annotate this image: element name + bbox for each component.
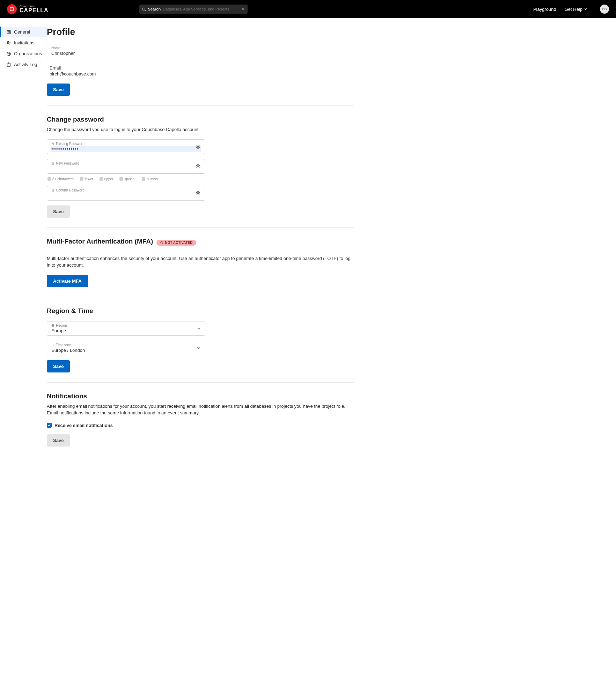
sidebar-item-label: General <box>14 29 30 35</box>
password-desc: Change the password you use to log in to… <box>47 126 354 133</box>
search-label: Search <box>148 7 161 11</box>
lock-icon <box>51 142 54 145</box>
sidebar-item-label: Invitations <box>14 40 35 45</box>
get-help-link[interactable]: Get Help <box>565 7 587 12</box>
password-requirements: 8+ characters lower upper special number <box>47 177 354 181</box>
activate-mfa-button[interactable]: Activate MFA <box>47 275 88 287</box>
sidebar-item-organizations[interactable]: Organizations <box>0 48 47 59</box>
svg-rect-14 <box>52 143 54 145</box>
req-special: special <box>119 177 135 181</box>
chevron-down-icon <box>197 326 201 331</box>
id-card-icon <box>6 30 11 35</box>
email-value: birch@couchbase.com <box>50 71 201 77</box>
svg-point-19 <box>197 193 199 194</box>
region-select[interactable]: Region Europe <box>47 321 205 336</box>
mfa-desc: Multi-factor authentication enhances the… <box>47 255 354 269</box>
notifications-desc: After enabling email notifications for y… <box>47 403 354 416</box>
sidebar-item-invitations[interactable]: Invitations <box>0 37 47 48</box>
notifications-section: Notifications After enabling email notif… <box>47 392 354 456</box>
password-section: Change password Change the password you … <box>47 116 354 228</box>
new-password-label: New Password <box>51 161 201 165</box>
existing-password-field[interactable]: Existing Password <box>47 139 205 154</box>
playground-link[interactable]: Playground <box>533 7 556 12</box>
logo-text: Couchbase CAPELLA <box>20 5 49 13</box>
receive-email-checkbox-row[interactable]: Receive email notifications <box>47 423 354 428</box>
password-title: Change password <box>47 116 354 123</box>
main-content: Profile Name Christopher Email birch@cou… <box>47 18 361 480</box>
confirm-password-field[interactable]: Confirm Password <box>47 186 205 201</box>
svg-rect-2 <box>7 30 11 34</box>
name-field[interactable]: Name Christopher <box>47 44 205 58</box>
svg-line-1 <box>145 10 146 11</box>
page-title: Profile <box>47 27 354 37</box>
eye-icon[interactable] <box>195 164 201 169</box>
mfa-section: Multi-Factor Authentication (MFA) NOT AC… <box>47 238 354 297</box>
save-notifications-button[interactable]: Save <box>47 434 70 447</box>
save-password-button[interactable]: Save <box>47 205 70 218</box>
sidebar-item-activity-log[interactable]: Activity Log <box>0 59 47 70</box>
globe-icon <box>6 51 11 56</box>
mfa-title: Multi-Factor Authentication (MFA) <box>47 238 153 245</box>
user-plus-icon <box>6 41 11 45</box>
req-number: number <box>142 177 159 181</box>
lock-icon <box>51 189 54 192</box>
name-label: Name <box>51 46 201 50</box>
name-value: Christopher <box>51 50 201 56</box>
sidebar-item-general[interactable]: General <box>0 27 47 37</box>
req-length: 8+ characters <box>47 177 74 181</box>
svg-rect-16 <box>52 163 54 164</box>
email-field: Email birch@couchbase.com <box>47 63 205 79</box>
logo-icon <box>7 4 17 14</box>
search-icon <box>142 7 146 11</box>
avatar[interactable]: CS <box>600 5 609 14</box>
chevron-down-icon <box>584 7 587 11</box>
svg-point-3 <box>8 31 9 32</box>
clipboard-icon <box>6 62 11 67</box>
eye-icon[interactable] <box>195 144 201 150</box>
clock-icon <box>51 343 54 347</box>
receive-email-label: Receive email notifications <box>54 423 113 428</box>
new-password-input[interactable] <box>51 165 201 171</box>
svg-rect-18 <box>52 190 54 191</box>
svg-point-0 <box>142 8 145 10</box>
logo-text-big: CAPELLA <box>20 8 49 13</box>
confirm-password-label: Confirm Password <box>51 188 201 192</box>
new-password-field[interactable]: New Password <box>47 159 205 174</box>
svg-point-15 <box>197 146 199 147</box>
app-header: Couchbase CAPELLA Search ✕ Playground Ge… <box>0 0 616 18</box>
mfa-status-badge: NOT ACTIVATED <box>156 240 196 246</box>
notifications-title: Notifications <box>47 392 354 400</box>
shield-icon <box>160 241 163 245</box>
existing-password-input[interactable] <box>51 146 201 152</box>
sidebar-item-label: Organizations <box>14 51 42 56</box>
logo[interactable]: Couchbase CAPELLA <box>7 4 49 14</box>
save-profile-button[interactable]: Save <box>47 84 70 96</box>
region-value: Europe <box>51 327 201 333</box>
eye-icon[interactable] <box>195 190 201 196</box>
sidebar: General Invitations Organizations Activi… <box>0 18 47 480</box>
region-label: Region <box>51 324 201 327</box>
sidebar-item-label: Activity Log <box>14 62 37 67</box>
req-upper: upper <box>100 177 113 181</box>
timezone-select[interactable]: Timezone Europe / London <box>47 341 205 355</box>
save-region-button[interactable]: Save <box>47 360 70 372</box>
req-lower: lower <box>80 177 93 181</box>
globe-icon <box>51 324 54 327</box>
search-input[interactable] <box>163 7 239 11</box>
svg-point-17 <box>197 166 199 167</box>
checkbox-checked-icon[interactable] <box>47 423 52 428</box>
search-box[interactable]: Search ✕ <box>139 5 248 14</box>
region-section: Region & Time Region Europe <box>47 307 354 383</box>
svg-point-6 <box>7 41 9 43</box>
profile-section: Profile Name Christopher Email birch@cou… <box>47 27 354 106</box>
chevron-down-icon <box>197 346 201 350</box>
confirm-password-input[interactable] <box>51 192 201 198</box>
timezone-value: Europe / London <box>51 347 201 353</box>
lock-icon <box>51 162 54 165</box>
close-icon[interactable]: ✕ <box>242 7 245 12</box>
email-label: Email <box>50 65 201 71</box>
existing-password-label: Existing Password <box>51 142 201 146</box>
timezone-label: Timezone <box>51 343 201 347</box>
region-title: Region & Time <box>47 307 354 315</box>
header-links: Playground Get Help CS <box>533 5 609 14</box>
